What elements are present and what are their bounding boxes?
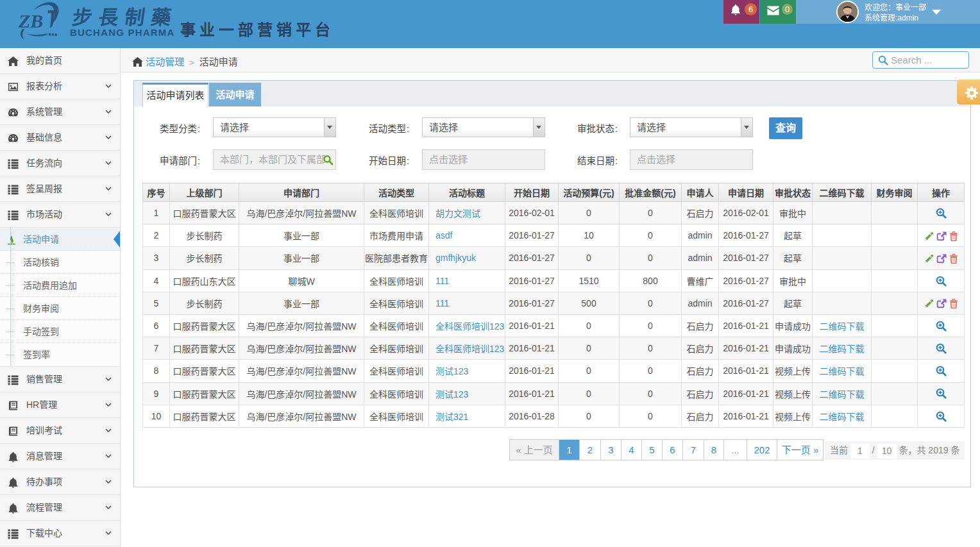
svg-text:ZB: ZB — [18, 10, 43, 31]
